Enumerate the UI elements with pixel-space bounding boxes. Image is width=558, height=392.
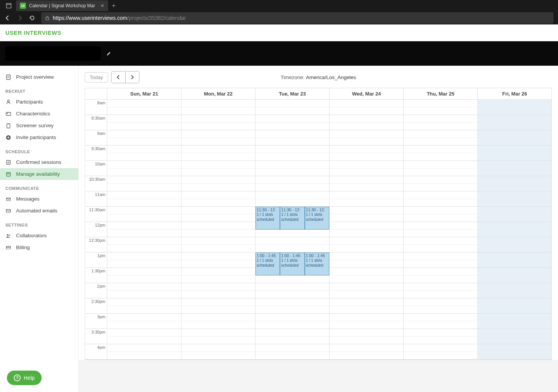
calendar-event[interactable]: 1:00 - 1:451 / 1 slotsscheduled	[280, 253, 304, 275]
edit-pencil-icon[interactable]	[106, 51, 112, 56]
day-header: Fri, Mar 26	[478, 88, 552, 99]
sidebar-item-label: Screener survey	[16, 123, 53, 128]
time-label: 8:30am	[85, 115, 107, 130]
sidebar-item-label: Messages	[16, 196, 40, 202]
sidebar-item-characteristics[interactable]: Characteristics	[0, 108, 78, 120]
svg-rect-15	[6, 173, 10, 176]
sidebar-item-label: Collaborators	[16, 233, 47, 238]
sidebar-item-automated-emails[interactable]: Automated emails	[0, 205, 78, 217]
day-column-thu[interactable]	[404, 100, 478, 360]
event-time: 11:30 - 12:	[306, 207, 328, 212]
svg-rect-14	[6, 160, 10, 164]
time-gutter-head	[85, 88, 107, 99]
sidebar-item-label: Automated emails	[16, 208, 57, 214]
svg-point-20	[7, 234, 8, 236]
browser-chrome: UI Calendar | Signal Workshop Mar ✕ + ht…	[0, 0, 558, 24]
time-label: 12pm	[85, 222, 107, 237]
sidebar-item-label: Manage availability	[16, 171, 60, 177]
back-button[interactable]	[5, 15, 12, 21]
day-column-fri[interactable]	[478, 100, 552, 360]
time-label: 2:30pm	[85, 298, 107, 314]
tab-bar: UI Calendar | Signal Workshop Mar ✕ +	[0, 0, 558, 11]
event-slot-group: 11:30 - 12:1 / 1 slotsscheduled11:30 - 1…	[256, 207, 329, 230]
event-slots: 1 / 1 slots	[306, 212, 328, 217]
forward-button[interactable]	[17, 15, 24, 21]
day-column-sun[interactable]	[107, 100, 181, 360]
sidebar-item-collaborators[interactable]: Collaborators	[0, 230, 78, 241]
users-icon	[5, 233, 11, 238]
sidebar-item-label: Participants	[16, 99, 43, 105]
sidebar-item-overview[interactable]: Project overview	[0, 71, 78, 83]
day-header: Wed, Mar 24	[330, 88, 404, 99]
reload-button[interactable]	[29, 15, 37, 21]
event-slot-group: 1:00 - 1:451 / 1 slotsscheduled1:00 - 1:…	[256, 253, 329, 275]
sidebar-section-recruit: RECRUIT	[0, 83, 78, 96]
day-column-tue[interactable]: 11:30 - 12:1 / 1 slotsscheduled11:30 - 1…	[256, 100, 330, 360]
today-button[interactable]: Today	[85, 72, 108, 83]
day-column-wed[interactable]	[330, 100, 404, 360]
calendar-header-row: Sun, Mar 21 Mon, Mar 22 Tue, Mar 23 Wed,…	[85, 88, 552, 100]
svg-rect-9	[7, 124, 10, 128]
calendar-event[interactable]: 1:00 - 1:451 / 1 slotsscheduled	[305, 253, 329, 275]
browser-tab[interactable]: UI Calendar | Signal Workshop Mar ✕	[16, 0, 108, 11]
svg-rect-8	[7, 113, 8, 114]
event-status: scheduled	[306, 263, 328, 268]
credit-card-icon	[5, 245, 11, 250]
envelope-icon	[5, 208, 11, 214]
event-time: 11:30 - 12:	[257, 207, 279, 212]
time-label: 3:30pm	[85, 329, 107, 344]
project-header	[0, 41, 558, 66]
help-button[interactable]: ? Help	[7, 371, 42, 385]
week-nav-group	[111, 71, 139, 83]
tab-list-button[interactable]	[3, 0, 15, 11]
time-label: 8am	[85, 100, 107, 115]
svg-rect-22	[6, 246, 11, 249]
calendar-icon	[5, 172, 11, 177]
event-status: scheduled	[257, 263, 279, 268]
sidebar-item-confirmed[interactable]: Confirmed sessions	[0, 156, 78, 168]
calendar-event[interactable]: 11:30 - 12:1 / 1 slotsscheduled	[280, 207, 304, 230]
calendar-body[interactable]: 8am8:30am9am9:30am10am10:30am11am11:30am…	[85, 100, 552, 360]
main-content: Today Timezone: America/Los_Angeles Sun	[79, 66, 558, 392]
svg-rect-10	[8, 123, 9, 124]
lock-icon	[45, 16, 50, 20]
check-calendar-icon	[5, 160, 11, 165]
calendar-event[interactable]: 11:30 - 12:1 / 1 slotsscheduled	[256, 207, 280, 230]
inbox-icon	[5, 196, 11, 202]
tab-title: Calendar | Signal Workshop Mar	[29, 3, 95, 8]
next-week-button[interactable]	[125, 71, 139, 83]
event-slots: 1 / 1 slots	[281, 212, 303, 217]
sidebar-item-messages[interactable]: Messages	[0, 193, 78, 205]
user-icon	[5, 99, 11, 105]
sidebar-item-participants[interactable]: Participants	[0, 96, 78, 108]
calendar-grid: Sun, Mar 21 Mon, Mar 22 Tue, Mar 23 Wed,…	[85, 88, 552, 360]
time-label: 1pm	[85, 253, 107, 268]
sidebar-item-label: Invite participants	[16, 134, 56, 140]
calendar-event[interactable]: 1:00 - 1:451 / 1 slotsscheduled	[256, 253, 280, 275]
calendar-event[interactable]: 11:30 - 12:1 / 1 slotsscheduled	[305, 207, 329, 230]
prev-week-button[interactable]	[112, 71, 125, 83]
calendar-panel: Today Timezone: America/Los_Angeles Sun	[79, 66, 558, 360]
time-label: 11am	[85, 191, 107, 207]
card-icon	[5, 111, 11, 117]
sidebar-item-invite[interactable]: Invite participants	[0, 131, 78, 143]
day-header: Thu, Mar 25	[404, 88, 478, 99]
sidebar-section-settings: SETTINGS	[0, 217, 78, 230]
event-time: 11:30 - 12:	[281, 207, 303, 212]
event-time: 1:00 - 1:45	[306, 253, 328, 258]
brand-logo[interactable]: USER INTERVIEWS	[5, 29, 61, 36]
svg-rect-0	[6, 3, 11, 8]
url-text: https://www.userinterviews.com/projects/…	[53, 15, 186, 21]
address-bar[interactable]: https://www.userinterviews.com/projects/…	[41, 12, 553, 24]
favicon-icon: UI	[20, 3, 26, 9]
time-gutter: 8am8:30am9am9:30am10am10:30am11am11:30am…	[85, 100, 107, 360]
svg-point-21	[9, 234, 10, 235]
svg-point-6	[8, 100, 10, 102]
sidebar-item-screener[interactable]: Screener survey	[0, 120, 78, 131]
sidebar-item-manage-availability[interactable]: Manage availability	[0, 168, 78, 180]
close-tab-icon[interactable]: ✕	[100, 3, 104, 8]
sidebar-item-billing[interactable]: Billing	[0, 241, 78, 253]
timezone-label: Timezone: America/Los_Angeles	[281, 75, 356, 80]
day-column-mon[interactable]	[181, 100, 256, 360]
new-tab-button[interactable]: +	[112, 2, 115, 9]
